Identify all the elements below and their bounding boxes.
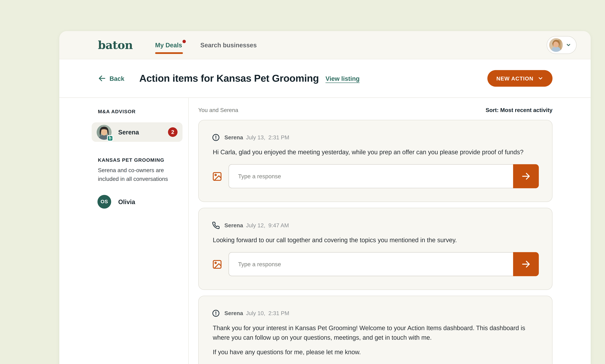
conversation-panel: You and Serena Sort: Most recent activit… xyxy=(189,98,591,364)
coowner-name: Olivia xyxy=(118,198,135,205)
send-button[interactable] xyxy=(513,164,539,188)
message-meta: Serena July 13, 2:31 PM xyxy=(212,133,539,142)
new-action-label: NEW ACTION xyxy=(496,75,533,81)
message-card: Serena July 10, 2:31 PM Thank you for yo… xyxy=(198,296,552,364)
message-text: If you have any questions for me, please… xyxy=(212,347,539,357)
back-arrow-icon xyxy=(98,74,106,83)
participants-label: You and Serena xyxy=(198,107,238,113)
top-nav: baton My Deals Search businesses xyxy=(59,31,591,59)
active-tab-underline xyxy=(155,52,183,54)
reply-input-group xyxy=(229,164,539,188)
phone-icon xyxy=(212,221,220,229)
back-label: Back xyxy=(109,75,124,82)
user-avatar xyxy=(549,38,563,52)
message-sender: Serena xyxy=(224,222,243,228)
notification-dot xyxy=(183,40,186,43)
arrow-right-icon xyxy=(521,259,531,269)
app-window: baton My Deals Search businesses xyxy=(59,31,591,364)
send-button[interactable] xyxy=(513,252,539,276)
olivia-avatar: OS xyxy=(98,195,111,208)
chevron-down-icon xyxy=(566,42,571,48)
sidebar-item-olivia[interactable]: OS Olivia xyxy=(92,195,183,208)
message-timestamp: July 13, 2:31 PM xyxy=(246,134,289,141)
attach-image-icon[interactable] xyxy=(212,171,223,182)
nav-search-businesses-label: Search businesses xyxy=(200,41,257,49)
conversation-toolbar: You and Serena Sort: Most recent activit… xyxy=(198,107,552,113)
message-text: Thank you for your interest in Kansas Pe… xyxy=(212,323,539,342)
account-menu[interactable] xyxy=(547,36,577,54)
attach-image-icon[interactable] xyxy=(212,259,223,269)
sidebar: M&A ADVISOR xyxy=(59,98,189,364)
business-note: Serena and co-owners are included in all… xyxy=(92,166,172,184)
unread-count-badge: 2 xyxy=(168,127,178,137)
baton-logo[interactable]: baton xyxy=(98,39,133,52)
message-text: Looking forward to our call together and… xyxy=(212,235,539,245)
message-timestamp: July 12, 9:47 AM xyxy=(246,222,289,228)
message-timestamp: July 10, 2:31 PM xyxy=(246,310,289,316)
reply-input[interactable] xyxy=(229,252,513,276)
message-card: Serena July 13, 2:31 PM Hi Carla, glad y… xyxy=(198,120,552,202)
baton-verified-badge: b xyxy=(107,135,113,141)
reply-row xyxy=(212,252,539,276)
new-action-button[interactable]: NEW ACTION xyxy=(487,70,552,87)
content: M&A ADVISOR xyxy=(59,98,591,364)
chevron-down-icon xyxy=(538,76,543,81)
advisor-section-title: M&A ADVISOR xyxy=(92,109,183,115)
message-card: Serena July 12, 9:47 AM Looking forward … xyxy=(198,208,552,290)
nav-search-businesses[interactable]: Search businesses xyxy=(200,41,257,49)
reply-input[interactable] xyxy=(229,164,513,188)
page-header: Back Action items for Kansas Pet Groomin… xyxy=(59,59,591,98)
message-meta: Serena July 10, 2:31 PM xyxy=(212,309,539,317)
nav-my-deals[interactable]: My Deals xyxy=(155,41,182,49)
arrow-right-icon xyxy=(521,171,531,181)
view-listing-link[interactable]: View listing xyxy=(326,75,360,82)
advisor-name: Serena xyxy=(118,129,139,136)
back-button[interactable]: Back xyxy=(98,74,124,83)
page-title: Action items for Kansas Pet Grooming xyxy=(139,73,319,84)
reply-row xyxy=(212,164,539,188)
nav-links: My Deals Search businesses xyxy=(155,41,257,49)
reply-input-group xyxy=(229,252,539,276)
message-sender: Serena xyxy=(224,134,243,141)
message-text: Hi Carla, glad you enjoyed the meeting y… xyxy=(212,147,539,157)
message-meta: Serena July 12, 9:47 AM xyxy=(212,221,539,229)
sidebar-item-serena[interactable]: b Serena 2 xyxy=(92,122,183,142)
alert-circle-icon xyxy=(212,133,220,142)
nav-my-deals-label: My Deals xyxy=(155,41,182,49)
business-section-title: KANSAS PET GROOMING xyxy=(92,157,183,163)
message-sender: Serena xyxy=(224,310,243,316)
sort-control[interactable]: Sort: Most recent activity xyxy=(486,107,552,113)
serena-avatar: b xyxy=(97,125,112,140)
alert-circle-icon xyxy=(212,309,220,317)
page: baton My Deals Search businesses xyxy=(0,0,605,364)
